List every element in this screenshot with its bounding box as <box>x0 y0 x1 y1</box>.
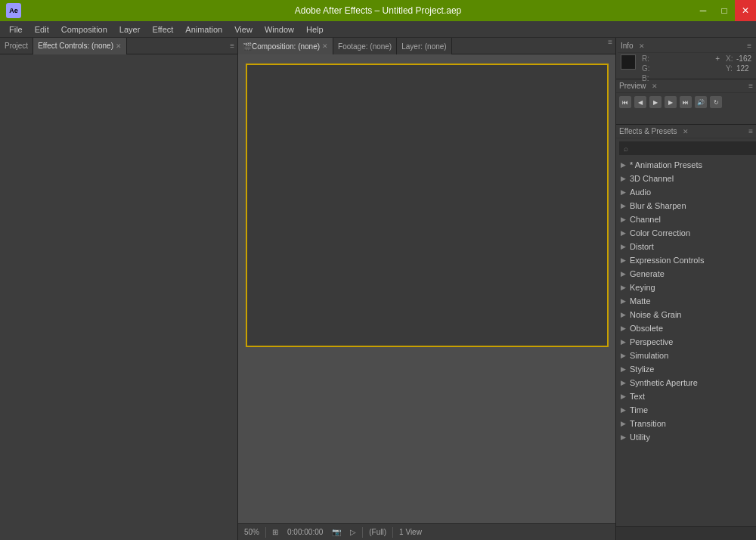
view-selector[interactable]: 1 View <box>396 528 425 536</box>
info-panel-menu[interactable]: ≡ <box>747 42 754 50</box>
skip-to-end-button[interactable]: ⏭ <box>680 96 692 108</box>
effect-item-color-correction[interactable]: ▶Color Correction <box>616 226 756 240</box>
skip-to-start-button[interactable]: ⏮ <box>619 96 631 108</box>
effect-label-time: Time <box>630 405 648 414</box>
tab-composition[interactable]: 🎬 Composition: (none) ✕ <box>238 38 333 54</box>
title-bar: Ae Adobe After Effects – Untitled Projec… <box>0 0 756 21</box>
camera-icon: 📷 <box>329 528 344 536</box>
quality-selector[interactable]: (Full) <box>366 528 389 536</box>
composition-canvas <box>246 64 609 347</box>
minimize-button[interactable]: ─ <box>692 0 714 21</box>
effect-label-color-correction: Color Correction <box>630 228 690 237</box>
toolbar-separator-2 <box>362 527 363 538</box>
timecode-display[interactable]: 0:00:00:00 <box>284 528 326 536</box>
menu-file[interactable]: File <box>3 23 29 36</box>
play-button[interactable]: ▶ <box>649 96 662 108</box>
effect-arrow-channel: ▶ <box>621 216 628 223</box>
tab-effects-presets[interactable]: Effects & Presets <box>616 127 680 135</box>
effects-tab-close[interactable]: ✕ <box>683 128 689 135</box>
effects-presets-panel: Effects & Presets ✕ ≡ ▶* Animation Prese… <box>616 125 756 526</box>
left-panel: Project Effect Controls: (none) ✕ ≡ <box>0 38 238 540</box>
effect-item-text[interactable]: ▶Text <box>616 389 756 403</box>
effect-item-obsolete[interactable]: ▶Obsolete <box>616 321 756 335</box>
effects-panel-menu[interactable]: ≡ <box>748 127 756 135</box>
step-forward-button[interactable]: ▶ <box>665 96 677 108</box>
tab-effect-controls[interactable]: Effect Controls: (none) ✕ <box>33 38 127 54</box>
effect-item-simulation[interactable]: ▶Simulation <box>616 349 756 362</box>
effect-label-obsolete: Obsolete <box>630 324 663 333</box>
toolbar-separator-1 <box>265 527 266 538</box>
tab-composition-close[interactable]: ✕ <box>322 42 328 50</box>
effect-label-generate: Generate <box>630 269 665 278</box>
zoom-level[interactable]: 50% <box>241 528 262 536</box>
effect-item-utility[interactable]: ▶Utility <box>616 430 756 444</box>
info-tab-bar: Info ✕ ≡ <box>618 39 754 53</box>
effect-item-animation-presets[interactable]: ▶* Animation Presets <box>616 158 756 172</box>
info-g-row: G: <box>642 64 651 73</box>
left-panel-tab-bar: Project Effect Controls: (none) ✕ ≡ <box>0 38 237 54</box>
left-panel-menu-icon[interactable]: ≡ <box>227 42 237 50</box>
effect-item-keying[interactable]: ▶Keying <box>616 281 756 294</box>
menu-composition[interactable]: Composition <box>55 23 113 36</box>
tab-footage[interactable]: Footage: (none) <box>333 38 397 54</box>
menu-effect[interactable]: Effect <box>146 23 179 36</box>
effect-label-animation-presets: * Animation Presets <box>630 160 702 169</box>
menu-window[interactable]: Window <box>259 23 300 36</box>
effect-item-transition[interactable]: ▶Transition <box>616 417 756 430</box>
effect-item-noise-grain[interactable]: ▶Noise & Grain <box>616 308 756 321</box>
effect-item-3d-channel[interactable]: ▶3D Channel <box>616 172 756 185</box>
effect-arrow-transition: ▶ <box>621 420 628 427</box>
info-tab-close[interactable]: ✕ <box>639 42 645 50</box>
maximize-button[interactable]: □ <box>714 0 735 21</box>
tab-effect-controls-close[interactable]: ✕ <box>116 42 122 50</box>
g-label: G: <box>642 64 651 73</box>
effect-label-noise-grain: Noise & Grain <box>630 310 681 319</box>
color-swatch <box>621 54 636 70</box>
effect-item-perspective[interactable]: ▶Perspective <box>616 335 756 349</box>
close-button[interactable]: ✕ <box>735 0 756 21</box>
effect-label-matte: Matte <box>630 296 651 306</box>
tab-info[interactable]: Info <box>618 42 637 50</box>
effects-tab-bar: Effects & Presets ✕ ≡ <box>616 125 756 138</box>
effect-item-generate[interactable]: ▶Generate <box>616 267 756 281</box>
audio-button[interactable]: 🔊 <box>695 96 707 108</box>
effect-item-stylize[interactable]: ▶Stylize <box>616 362 756 376</box>
y-value: 122 <box>736 64 749 73</box>
effect-arrow-blur-sharpen: ▶ <box>621 202 628 209</box>
effect-item-channel[interactable]: ▶Channel <box>616 213 756 226</box>
effects-panel-scrollbar-area <box>616 526 756 540</box>
effect-item-expression-controls[interactable]: ▶Expression Controls <box>616 253 756 267</box>
r-label: R: <box>642 54 651 63</box>
effect-arrow-matte: ▶ <box>621 297 628 305</box>
tab-project[interactable]: Project <box>0 38 33 54</box>
menu-edit[interactable]: Edit <box>29 23 55 36</box>
menu-help[interactable]: Help <box>300 23 330 36</box>
effect-label-channel: Channel <box>630 215 661 224</box>
effect-item-synthetic-aperture[interactable]: ▶Synthetic Aperture <box>616 376 756 389</box>
effect-item-matte[interactable]: ▶Matte <box>616 294 756 308</box>
effect-label-simulation: Simulation <box>630 351 668 360</box>
effect-item-time[interactable]: ▶Time <box>616 403 756 417</box>
effect-item-distort[interactable]: ▶Distort <box>616 240 756 253</box>
effects-search-input[interactable] <box>619 141 756 155</box>
effect-label-transition: Transition <box>630 419 666 428</box>
playback-icon: ▷ <box>347 528 359 536</box>
effect-label-expression-controls: Expression Controls <box>630 256 704 265</box>
tab-layer[interactable]: Layer: (none) <box>397 38 451 54</box>
menu-layer[interactable]: Layer <box>113 23 147 36</box>
loop-button[interactable]: ↻ <box>710 96 722 108</box>
effect-label-audio: Audio <box>630 188 651 197</box>
left-panel-content <box>0 54 237 540</box>
menu-view[interactable]: View <box>228 23 259 36</box>
info-x-row: X: -162 <box>726 54 751 63</box>
preview-tab-close[interactable]: ✕ <box>652 82 658 90</box>
preview-panel-menu[interactable]: ≡ <box>748 82 756 90</box>
tab-preview[interactable]: Preview <box>616 82 649 90</box>
resolution-icon[interactable]: ⊞ <box>269 528 281 536</box>
effect-item-audio[interactable]: ▶Audio <box>616 185 756 199</box>
menu-animation[interactable]: Animation <box>179 23 228 36</box>
effect-arrow-utility: ▶ <box>621 433 628 441</box>
center-panel-menu-icon[interactable]: ≡ <box>605 38 615 54</box>
step-back-button[interactable]: ◀ <box>634 96 646 108</box>
effect-item-blur-sharpen[interactable]: ▶Blur & Sharpen <box>616 199 756 213</box>
